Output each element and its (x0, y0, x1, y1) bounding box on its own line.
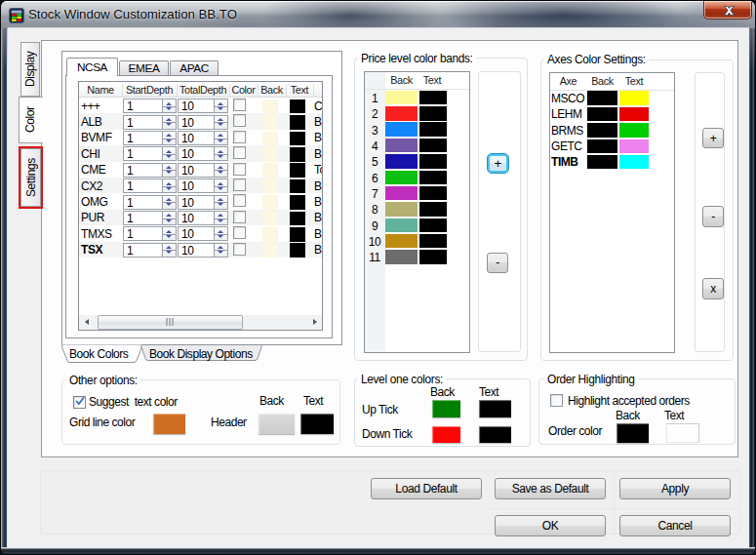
svg-text:Book Colors: Book Colors (69, 347, 129, 361)
svg-text:Book Display Options: Book Display Options (149, 347, 253, 361)
